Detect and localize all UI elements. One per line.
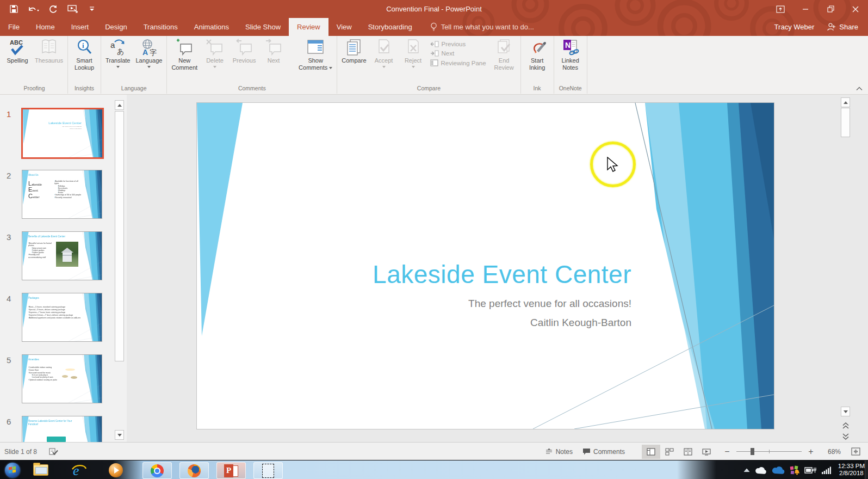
- previous-change-button[interactable]: Previous: [430, 41, 486, 47]
- start-slideshow-icon[interactable]: [66, 3, 78, 15]
- tab-storyboarding[interactable]: Storyboarding: [360, 18, 420, 36]
- taskbar-clock[interactable]: 12:33 PM 2/8/2018: [838, 463, 865, 478]
- smart-lookup-button[interactable]: i Smart Lookup: [70, 36, 99, 84]
- undo-icon[interactable]: [27, 3, 39, 15]
- reading-view-button[interactable]: [679, 445, 697, 459]
- thumbnail-scrollbar-thumb[interactable]: [115, 111, 124, 361]
- redo-icon[interactable]: [47, 3, 59, 15]
- fit-slide-to-window-button[interactable]: [846, 445, 865, 459]
- canvas-scrollbar-thumb[interactable]: [841, 108, 850, 137]
- canvas-scrollbar[interactable]: [841, 97, 851, 442]
- spelling-button[interactable]: ABC Spelling: [3, 36, 32, 84]
- translate-button[interactable]: aあ Translate: [103, 36, 133, 84]
- tab-view[interactable]: View: [328, 18, 360, 36]
- customize-qat-icon[interactable]: [86, 3, 98, 15]
- file-explorer-icon[interactable]: [30, 462, 51, 478]
- tab-review[interactable]: Review: [289, 18, 328, 36]
- spelling-icon: ABC: [9, 39, 26, 57]
- zoom-percentage[interactable]: 68%: [818, 448, 841, 456]
- show-hidden-icons[interactable]: [743, 468, 750, 472]
- reject-dropdown-arrow: [412, 66, 415, 68]
- tab-insert[interactable]: Insert: [63, 18, 97, 36]
- delete-comment-button[interactable]: Delete: [200, 36, 230, 84]
- accept-button[interactable]: Accept: [369, 36, 399, 84]
- thumbnail-scroll-up-icon[interactable]: [115, 100, 124, 110]
- translate-dropdown-arrow: [116, 66, 120, 68]
- close-icon[interactable]: [843, 0, 868, 18]
- next-comment-button[interactable]: Next: [259, 36, 288, 84]
- start-inking-button[interactable]: Start Inking: [523, 36, 552, 84]
- next-slide-button[interactable]: [842, 433, 850, 440]
- normal-view-button[interactable]: [642, 445, 660, 459]
- battery-icon[interactable]: [804, 466, 816, 474]
- powerpoint-taskbar-button[interactable]: P: [216, 462, 246, 479]
- thesaurus-button[interactable]: Thesaurus: [32, 36, 66, 84]
- ribbon-display-options-icon[interactable]: [768, 0, 793, 18]
- minimize-icon[interactable]: [793, 0, 818, 18]
- zoom-slider[interactable]: [736, 451, 802, 452]
- linked-notes-button[interactable]: N Linked Notes: [556, 36, 585, 84]
- slide-thumbnail-4[interactable]: Packages Basic—5 hours, standard caterin…: [22, 293, 102, 342]
- tab-transitions[interactable]: Transitions: [135, 18, 186, 36]
- previous-comment-button[interactable]: Previous: [230, 36, 259, 84]
- canvas-scroll-down-icon[interactable]: [841, 407, 850, 416]
- tab-file[interactable]: File: [0, 18, 28, 36]
- app-header: Convention Final - PowerPoint File Home …: [0, 0, 868, 36]
- notification-app-icon[interactable]: [790, 465, 799, 475]
- new-comment-button[interactable]: New Comment: [169, 36, 200, 84]
- tab-home[interactable]: Home: [28, 18, 63, 36]
- show-comments-button[interactable]: Show Comments: [296, 36, 335, 84]
- snipping-tool-taskbar-button[interactable]: [253, 462, 283, 479]
- slideshow-view-button[interactable]: [697, 445, 716, 459]
- reviewing-pane-button[interactable]: Reviewing Pane: [430, 59, 486, 66]
- slide-thumbnail-2[interactable]: About Us Lakeside Event Center Available…: [22, 170, 102, 219]
- zoom-out-icon[interactable]: −: [723, 447, 731, 457]
- previous-slide-button[interactable]: [842, 422, 850, 429]
- reject-icon: [405, 39, 421, 57]
- comments-button[interactable]: Comments: [578, 445, 630, 459]
- powerpoint-icon: P: [224, 464, 238, 477]
- save-icon[interactable]: [8, 3, 20, 15]
- notes-button[interactable]: Notes: [540, 445, 578, 459]
- chrome-taskbar-button[interactable]: [142, 462, 172, 479]
- slide-thumbnail-3[interactable]: Benefits of Lakeside Event Center Beauti…: [22, 231, 102, 280]
- network-signal-icon[interactable]: [821, 466, 831, 474]
- slide-title-text[interactable]: Lakeside Event Center: [373, 260, 631, 289]
- thumbnail-scrollbar[interactable]: [114, 95, 125, 442]
- slide-thumbnail-6[interactable]: Reserve Lakeside Event Center for Your F…: [22, 416, 102, 442]
- tell-me-label: Tell me what you want to do...: [441, 23, 534, 31]
- tell-me-box[interactable]: Tell me what you want to do...: [430, 18, 534, 36]
- slide-sorter-view-button[interactable]: [660, 445, 679, 459]
- reject-button[interactable]: Reject: [399, 36, 428, 84]
- slide-subtitle-text[interactable]: The perfect venue for all occasions!: [468, 298, 631, 310]
- slide-author-text[interactable]: Caitlin Keough-Barton: [530, 317, 631, 329]
- firefox-taskbar-button[interactable]: [179, 462, 209, 479]
- onedrive-icon[interactable]: [772, 466, 785, 474]
- cloud-status-icon[interactable]: [755, 466, 767, 474]
- slide-thumbnail-5[interactable]: Amenities Comfortable indoor seating Dan…: [22, 354, 102, 403]
- canvas-scroll-up-icon[interactable]: [841, 97, 850, 107]
- media-player-icon[interactable]: [106, 462, 126, 478]
- clock-date: 2/8/2018: [838, 470, 865, 477]
- slide-thumbnail-1[interactable]: Lakeside Event Center The perfect venue …: [22, 108, 103, 158]
- start-button[interactable]: [2, 462, 23, 478]
- end-review-button[interactable]: End Review: [489, 36, 519, 84]
- collapse-ribbon-icon[interactable]: [856, 87, 863, 91]
- thumbnail-scroll-down-icon[interactable]: [115, 430, 124, 440]
- tab-animations[interactable]: Animations: [186, 18, 237, 36]
- current-slide[interactable]: Lakeside Event Center The perfect venue …: [196, 102, 774, 429]
- zoom-in-icon[interactable]: +: [807, 447, 815, 457]
- language-button[interactable]: A字 Language: [133, 36, 165, 84]
- signed-in-user[interactable]: Tracy Weber: [774, 23, 815, 31]
- restore-icon[interactable]: [818, 0, 843, 18]
- show-desktop-button[interactable]: [865, 460, 868, 479]
- spellcheck-status-icon[interactable]: [49, 447, 58, 456]
- internet-explorer-icon[interactable]: e: [69, 462, 89, 478]
- tab-slide-show[interactable]: Slide Show: [237, 18, 289, 36]
- compare-button[interactable]: Compare: [339, 36, 369, 84]
- zoom-slider-thumb[interactable]: [751, 448, 754, 455]
- next-change-button[interactable]: Next: [430, 50, 486, 57]
- share-button[interactable]: Share: [827, 23, 858, 31]
- workspace: 1 Lakeside Event Center The perfect venu…: [0, 95, 868, 442]
- tab-design[interactable]: Design: [97, 18, 135, 36]
